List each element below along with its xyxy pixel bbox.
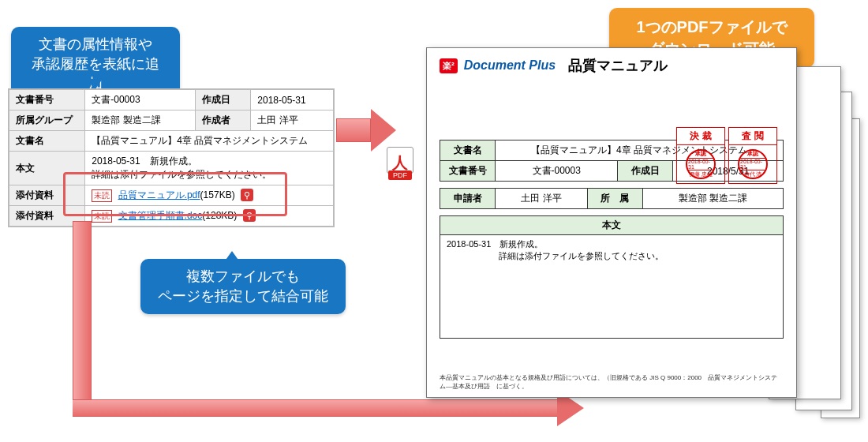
value-applicant: 土田 洋平 <box>496 189 588 209</box>
value-author: 土田 洋平 <box>251 110 334 131</box>
label-doc-no: 文書番号 <box>440 161 496 182</box>
callout-tail <box>224 251 240 262</box>
pdf-cover-page: 楽² Document Plus 品質マニュアル 決 裁 承認 2018-05-… <box>426 47 797 398</box>
cover-footer-note: 本品質マニュアルの基本となる規格及び用語については、（旧規格である JIS Q … <box>440 373 784 391</box>
label-group: 所属グループ <box>9 110 85 131</box>
stamp-header-review: 査 閲 <box>729 128 776 145</box>
label-doc-name: 文書名 <box>9 131 85 152</box>
hanko-stamp: 承認 2018-05-31 伊藤 忠雄 <box>686 149 716 179</box>
callout-line: 複数ファイルでも <box>155 267 331 287</box>
logo-raku: 楽² <box>440 58 458 73</box>
stamp-header-approve: 決 裁 <box>677 128 724 145</box>
label-doc-no: 文書番号 <box>9 90 85 110</box>
callout-line: ページを指定して結合可能 <box>155 287 331 306</box>
label-created: 作成日 <box>195 90 251 110</box>
approval-stamps: 決 裁 承認 2018-05-31 伊藤 忠雄 査 閲 承認 2018-05-3… <box>676 127 777 184</box>
label-author: 作成者 <box>195 110 251 131</box>
cover-applicant-table: 申請者 土田 洋平 所 属 製造部 製造二課 <box>440 188 784 209</box>
value-group: 製造部 製造二課 <box>85 110 195 131</box>
logo-documentplus: Document Plus <box>464 58 556 73</box>
hanko-stamp: 承認 2018-05-31 替代 清 <box>738 149 768 179</box>
value-dept: 製造部 製造二課 <box>642 189 783 209</box>
label-created: 作成日 <box>618 161 673 182</box>
attachment-highlight <box>63 172 287 216</box>
label-applicant: 申請者 <box>440 189 496 209</box>
value-doc-no: 文書-00003 <box>496 161 618 182</box>
cover-body: 本文 2018-05-31 新規作成。 詳細は添付ファイルを参照してください。 <box>440 215 784 339</box>
label-dept: 所 属 <box>587 189 642 209</box>
value-created: 2018-05-31 <box>251 90 334 110</box>
value-doc-no: 文書-00003 <box>85 90 195 110</box>
cover-title: 品質マニュアル <box>568 56 668 75</box>
callout-line: 1つのPDFファイルで <box>623 16 800 38</box>
callout-merge: 複数ファイルでも ページを指定して結合可能 <box>140 259 346 314</box>
pdf-icon: 人 PDF <box>387 147 413 180</box>
label-body: 本文 <box>440 216 783 235</box>
label-doc-name: 文書名 <box>440 140 496 161</box>
value-doc-name: 【品質マニュアル】4章 品質マネジメントシステム <box>85 131 334 152</box>
callout-line: 文書の属性情報や <box>25 35 166 54</box>
